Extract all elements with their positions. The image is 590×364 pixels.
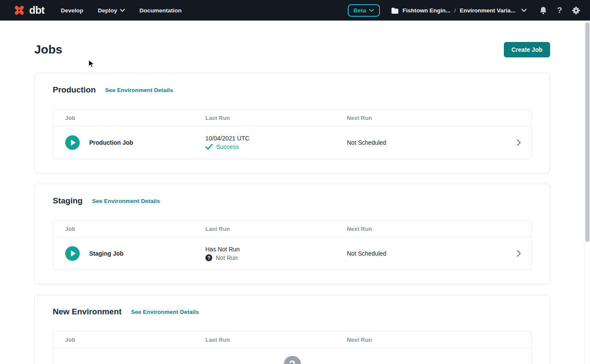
see-environment-details-link[interactable]: See Environment Details [131, 309, 199, 315]
notifications-button[interactable] [539, 5, 548, 15]
job-table-header: Job Last Run Next Run [53, 331, 531, 348]
job-table: Job Last Run Next Run Producti [53, 109, 532, 159]
column-header-next-run: Next Run [347, 337, 506, 343]
bell-icon [539, 6, 547, 15]
play-icon [65, 135, 80, 150]
chevron-right-icon[interactable] [506, 250, 531, 257]
column-header-job: Job [65, 337, 205, 343]
empty-jobs-state: ? [53, 348, 531, 364]
play-icon [65, 246, 80, 261]
dbt-logo[interactable]: dbt [12, 3, 45, 18]
chevron-right-icon[interactable] [506, 139, 531, 146]
scrollbar-thumb[interactable] [585, 22, 590, 242]
job-row-staging[interactable]: Staging Job Has Not Run ? Not Run Not Sc… [53, 237, 531, 270]
job-name: Production Job [89, 139, 133, 146]
environment-name: New Environment [53, 307, 121, 316]
dbt-logo-icon [12, 3, 27, 18]
column-header-last-run: Last Run [205, 115, 347, 121]
create-job-button[interactable]: Create Job [504, 42, 550, 57]
job-table-header: Job Last Run Next Run [53, 221, 531, 237]
nav-item-deploy[interactable]: Deploy [98, 7, 125, 14]
primary-nav: Develop Deploy Documentation [61, 7, 182, 14]
breadcrumb-separator: / [455, 7, 456, 14]
job-table: Job Last Run Next Run ? [53, 331, 532, 364]
chevron-down-icon[interactable] [521, 9, 527, 12]
settings-button[interactable] [571, 5, 581, 15]
environment-card-new-environment: New Environment See Environment Details … [34, 295, 550, 364]
check-icon [205, 144, 213, 150]
question-circle-icon: ? [205, 254, 212, 261]
run-job-button[interactable] [65, 135, 80, 150]
breadcrumb-account[interactable]: Fishtown Engin... [403, 7, 451, 14]
environment-card-production: Production See Environment Details Job L… [34, 73, 550, 173]
environment-name: Production [53, 85, 96, 95]
environment-name: Staging [53, 196, 83, 206]
environment-card-staging: Staging See Environment Details Job Last… [34, 184, 550, 284]
job-row-production[interactable]: Production Job 10/04/2021 UTC Success No… [53, 126, 531, 159]
chevron-down-icon [120, 9, 125, 12]
nav-item-documentation[interactable]: Documentation [139, 7, 181, 14]
chevron-down-icon [369, 9, 374, 12]
column-header-last-run: Last Run [205, 337, 347, 343]
last-run-date: 10/04/2021 UTC [205, 135, 347, 142]
gear-icon [572, 6, 580, 15]
column-header-last-run: Last Run [205, 226, 347, 232]
next-run-value: Not Scheduled [347, 139, 506, 146]
see-environment-details-link[interactable]: See Environment Details [92, 198, 160, 204]
job-table-header: Job Last Run Next Run [53, 110, 531, 126]
brand-text: dbt [29, 4, 45, 16]
next-run-value: Not Scheduled [347, 250, 506, 257]
breadcrumb-project[interactable]: Environment Varia... [460, 7, 515, 14]
help-button[interactable]: ? [555, 5, 564, 15]
job-table: Job Last Run Next Run Staging [53, 220, 532, 270]
status-badge: Success [216, 143, 239, 150]
folder-icon [391, 7, 399, 14]
last-run-date: Has Not Run [205, 246, 347, 253]
top-nav: dbt Develop Deploy Documentation Beta [0, 0, 590, 21]
page-title: Jobs [34, 43, 62, 57]
column-header-next-run: Next Run [347, 115, 506, 121]
jobs-page: Jobs Create Job Production See Environme… [0, 42, 590, 364]
column-header-next-run: Next Run [347, 226, 506, 232]
nav-utility-icons: ? [539, 5, 581, 15]
column-header-job: Job [65, 226, 205, 232]
question-icon: ? [557, 6, 562, 15]
breadcrumb: Fishtown Engin... / Environment Varia... [391, 7, 527, 14]
nav-item-develop[interactable]: Develop [61, 7, 84, 14]
beta-dropdown[interactable]: Beta [348, 4, 380, 17]
column-header-job: Job [65, 115, 205, 121]
question-circle-icon: ? [284, 356, 301, 364]
job-name: Staging Job [89, 250, 123, 257]
scrollbar-track[interactable] [584, 21, 590, 364]
run-job-button[interactable] [65, 246, 80, 261]
see-environment-details-link[interactable]: See Environment Details [105, 87, 173, 93]
status-badge: Not Run [216, 254, 238, 261]
